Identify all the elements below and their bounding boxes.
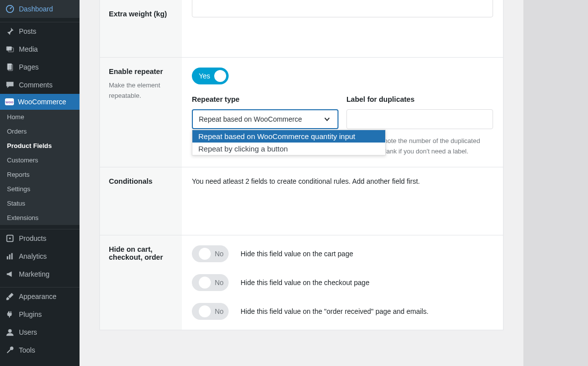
repeater-type-select[interactable]: Repeat based on WooCommerce xyxy=(192,109,338,129)
toggle-knob xyxy=(214,70,226,82)
row-extra-weight: Extra weight (kg) xyxy=(100,0,503,57)
right-gutter xyxy=(523,0,588,366)
row-enable-repeater: Enable repeater Make the element repeata… xyxy=(100,57,503,167)
svg-point-10 xyxy=(8,329,11,333)
products-icon xyxy=(5,233,15,243)
repeater-type-label: Repeater type xyxy=(192,95,338,103)
submenu-item-status[interactable]: Status xyxy=(0,196,80,211)
sidebar-item-label: Media xyxy=(19,45,38,53)
user-icon xyxy=(5,327,15,337)
plug-icon xyxy=(5,309,15,319)
hide-order-toggle[interactable]: No xyxy=(192,303,229,320)
sidebar-item-label: Appearance xyxy=(19,293,57,300)
hide-cart-toggle[interactable]: No xyxy=(192,245,229,262)
sidebar-item-label: Users xyxy=(19,328,37,336)
sidebar-item-woocommerce[interactable]: woo WooCommerce xyxy=(0,94,80,110)
row-hide: Hide on cart, checkout, order No Hide th… xyxy=(100,235,503,330)
sidebar-item-tools[interactable]: Tools xyxy=(0,341,80,359)
row-conditionals: Conditionals You need atleast 2 fields t… xyxy=(100,167,503,235)
hide-order-row: No Hide this field value on the "order r… xyxy=(192,303,493,320)
svg-rect-8 xyxy=(9,254,10,259)
toggle-knob xyxy=(199,248,211,260)
toggle-label: No xyxy=(215,307,224,315)
toggle-knob xyxy=(199,277,211,289)
submenu-item-reports[interactable]: Reports xyxy=(0,167,80,182)
svg-rect-7 xyxy=(7,256,8,259)
sidebar-item-dashboard[interactable]: Dashboard xyxy=(0,0,80,18)
hide-label: Hide on cart, checkout, order xyxy=(109,245,173,261)
sidebar-item-plugins[interactable]: Plugins xyxy=(0,305,80,323)
submenu-item-home[interactable]: Home xyxy=(0,110,80,124)
media-icon xyxy=(5,44,15,54)
megaphone-icon xyxy=(5,269,15,279)
extra-weight-input[interactable] xyxy=(192,0,493,17)
sidebar-item-posts[interactable]: Posts xyxy=(0,22,80,40)
enable-repeater-toggle[interactable]: Yes xyxy=(192,68,229,84)
submenu-item-settings[interactable]: Settings xyxy=(0,182,80,196)
svg-point-6 xyxy=(9,237,11,239)
sidebar-item-label: Marketing xyxy=(19,270,49,278)
sidebar-item-analytics[interactable]: Analytics xyxy=(0,247,80,265)
hide-order-text: Hide this field value on the "order rece… xyxy=(241,307,428,315)
hide-cart-row: No Hide this field value on the cart pag… xyxy=(192,245,493,262)
woo-icon: woo xyxy=(5,98,14,105)
sidebar-item-label: Products xyxy=(19,234,46,242)
sidebar-item-label: Comments xyxy=(19,81,53,89)
wrench-icon xyxy=(5,345,15,355)
sidebar-item-label: Analytics xyxy=(19,252,47,260)
enable-repeater-desc: Make the element repeatable. xyxy=(109,80,173,101)
brush-icon xyxy=(5,292,15,301)
sidebar-item-label: Plugins xyxy=(19,310,42,318)
sidebar-item-appearance[interactable]: Appearance xyxy=(0,288,80,305)
hide-checkout-text: Hide this field value on the checkout pa… xyxy=(241,279,369,287)
sidebar-item-users[interactable]: Users xyxy=(0,323,80,341)
sidebar-item-pages[interactable]: Pages xyxy=(0,58,80,76)
sidebar-item-label: WooCommerce xyxy=(18,98,66,106)
comment-icon xyxy=(5,80,15,90)
svg-rect-1 xyxy=(6,47,12,51)
toggle-knob xyxy=(199,305,211,317)
hide-checkout-toggle[interactable]: No xyxy=(192,274,229,291)
sidebar-item-label: Pages xyxy=(19,63,39,71)
toggle-label: Yes xyxy=(199,72,210,80)
label-duplicates-input[interactable] xyxy=(346,109,493,129)
sidebar-item-products[interactable]: Products xyxy=(0,229,80,247)
dropdown-option[interactable]: Repeat by clicking a button xyxy=(192,143,385,155)
sidebar-item-comments[interactable]: Comments xyxy=(0,76,80,94)
sidebar-item-label: Tools xyxy=(19,346,35,354)
sidebar-item-label: Dashboard xyxy=(19,5,53,13)
main-content: Extra weight (kg) Enable repeater Make t… xyxy=(80,0,523,366)
conditionals-text: You need atleast 2 fields to create cond… xyxy=(192,177,493,185)
sidebar-item-marketing[interactable]: Marketing xyxy=(0,265,80,283)
enable-repeater-label: Enable repeater xyxy=(109,68,173,75)
hide-checkout-row: No Hide this field value on the checkout… xyxy=(192,274,493,291)
label-duplicates-label: Label for duplicates xyxy=(346,95,493,103)
conditionals-label: Conditionals xyxy=(109,177,173,185)
pin-icon xyxy=(5,26,15,36)
pages-icon xyxy=(5,62,15,72)
repeater-type-dropdown: Repeat based on WooCommerce quantity inp… xyxy=(192,130,386,155)
settings-panel: Extra weight (kg) Enable repeater Make t… xyxy=(99,0,504,330)
sidebar-item-media[interactable]: Media xyxy=(0,40,80,58)
dropdown-option[interactable]: Repeat based on WooCommerce quantity inp… xyxy=(192,130,385,143)
dashboard-icon xyxy=(5,4,15,14)
svg-rect-9 xyxy=(11,253,13,260)
submenu-item-extensions[interactable]: Extensions xyxy=(0,211,80,225)
sidebar-item-label: Posts xyxy=(19,27,36,35)
submenu-item-product-fields[interactable]: Product Fields xyxy=(0,139,80,153)
toggle-label: No xyxy=(215,279,224,287)
analytics-icon xyxy=(5,251,15,261)
toggle-label: No xyxy=(215,250,224,258)
submenu-item-orders[interactable]: Orders xyxy=(0,124,80,139)
chevron-down-icon xyxy=(323,115,332,124)
active-marker xyxy=(80,98,84,106)
submenu-item-customers[interactable]: Customers xyxy=(0,153,80,167)
hide-cart-text: Hide this field value on the cart page xyxy=(241,250,353,258)
select-value: Repeat based on WooCommerce xyxy=(199,115,302,123)
admin-sidebar: Dashboard Posts Media Pages Comments xyxy=(0,0,80,366)
extra-weight-label: Extra weight (kg) xyxy=(109,10,173,18)
